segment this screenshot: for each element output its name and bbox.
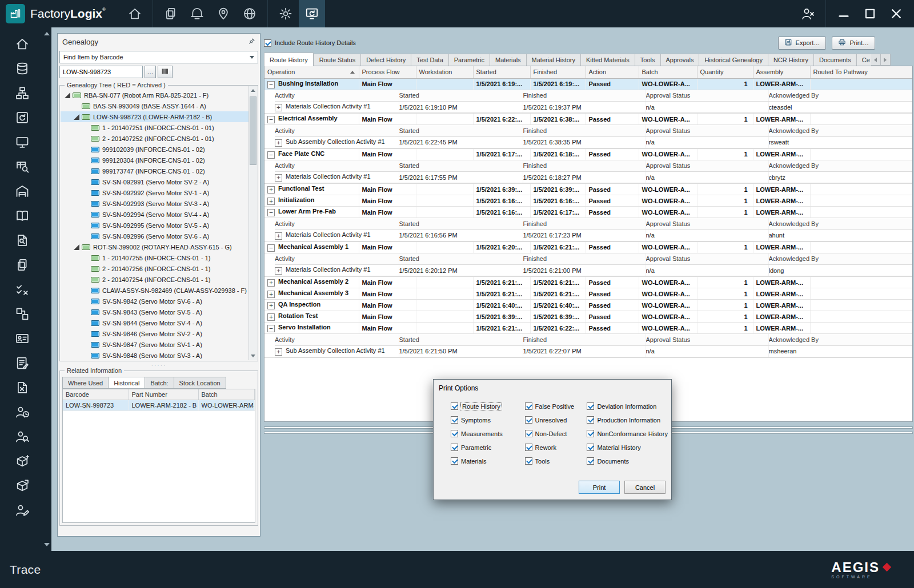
tab-documents[interactable]: Documents — [813, 54, 856, 66]
tab-materials[interactable]: Materials — [490, 54, 526, 66]
collapse-row-icon[interactable]: − — [267, 325, 275, 332]
related-tab-batch-[interactable]: Batch: — [145, 377, 173, 389]
sidebar-box-arrow-button[interactable] — [7, 478, 38, 493]
tree-item[interactable]: SV-SN-9847 (Servo Motor SV-1 - A) — [61, 339, 248, 350]
tree-item[interactable]: SV-SN-9844 (Servo Motor SV-4 - A) — [61, 317, 248, 328]
tab-parametric[interactable]: Parametric — [448, 54, 490, 66]
print-option[interactable]: Deviation Information — [587, 402, 671, 410]
tree-item[interactable]: 999173747 (INFORCE-CNS-01 - 02) — [61, 166, 248, 176]
expand-activity-icon[interactable]: + — [275, 267, 282, 275]
find-item-dropdown[interactable]: Find Item by Barcode — [59, 51, 258, 63]
tree-scrollbar[interactable] — [248, 86, 257, 360]
tree-item[interactable]: LOW-SN-998723 (LOWER-ARM-2182 - B) — [61, 111, 248, 122]
checkbox-icon[interactable] — [587, 416, 594, 424]
print-option[interactable]: Rework — [525, 444, 587, 451]
checkbox-icon[interactable] — [451, 416, 458, 424]
checkbox-icon[interactable] — [525, 416, 532, 424]
print-option[interactable]: Unresolved — [525, 416, 587, 424]
expand-row-icon[interactable]: + — [267, 186, 275, 194]
column-header[interactable]: Action — [586, 66, 639, 78]
print-option[interactable]: Material History — [587, 444, 671, 451]
topbar-home-button[interactable] — [122, 0, 148, 27]
expand-activity-icon[interactable]: + — [275, 174, 282, 182]
barcode-input[interactable] — [59, 66, 143, 78]
sidebar-box-plus-button[interactable] — [7, 454, 38, 469]
sidebar-quality-check-button[interactable] — [7, 282, 38, 297]
expand-activity-icon[interactable]: + — [275, 104, 282, 111]
tree-item[interactable]: 2 - 201407254 (INFORCE-CNS-01 - 1) — [61, 274, 248, 285]
print-option[interactable]: Measurements — [451, 430, 525, 437]
collapse-row-icon[interactable]: − — [267, 244, 275, 252]
tab-route-history[interactable]: Route History — [264, 53, 314, 66]
checkbox-icon[interactable] — [525, 457, 532, 465]
tab-approvals[interactable]: Approvals — [660, 54, 699, 66]
related-tab-where-used[interactable]: Where Used — [62, 377, 108, 389]
print-option[interactable]: Materials — [451, 457, 525, 465]
operation-row[interactable]: +QA InspectionMain Flow1/5/2021 6:40:...… — [264, 300, 912, 311]
print-option[interactable]: Documents — [587, 457, 671, 465]
tree-item[interactable]: SV-SN-092992 (Servo Motor SV-1 - A) — [61, 187, 248, 198]
expand-activity-icon[interactable]: + — [275, 139, 282, 147]
print-option[interactable]: Tools — [525, 457, 587, 465]
tab-tools[interactable]: Tools — [635, 54, 660, 66]
scroll-up-icon[interactable] — [249, 86, 257, 95]
print-option[interactable]: Symptoms — [451, 416, 525, 424]
tree-item[interactable]: 1 - 201407255 (INFORCE-CNS-01 - 1) — [61, 252, 248, 263]
sidebar-user-edit-button[interactable] — [7, 503, 38, 518]
tab-ce[interactable]: Ce — [856, 54, 871, 66]
print-option[interactable]: False Positive — [525, 402, 587, 410]
operation-row[interactable]: +InitializationMain Flow1/5/2021 6:16:..… — [264, 195, 912, 207]
operation-row[interactable]: −Lower Arm Pre-FabMain Flow1/5/2021 6:16… — [264, 207, 912, 218]
include-details-checkbox[interactable] — [264, 39, 271, 47]
window-maximize-button[interactable] — [857, 0, 883, 27]
tab-defect-history[interactable]: Defect History — [360, 54, 411, 66]
tab-scroll-right-icon[interactable] — [881, 54, 891, 66]
sidebar-scroll-down-icon[interactable] — [44, 543, 50, 546]
tree-item[interactable]: 2 - 201407252 (INFORCE-CNS-01 - 01) — [61, 133, 248, 144]
expand-activity-icon[interactable]: + — [275, 348, 282, 356]
column-header[interactable]: Batch — [639, 66, 697, 78]
sidebar-book-button[interactable] — [7, 208, 38, 223]
expand-row-icon[interactable]: + — [267, 198, 275, 205]
operation-row[interactable]: +Mechanical Assembly 3Main Flow1/5/2021 … — [264, 288, 912, 300]
collapse-row-icon[interactable]: − — [267, 116, 275, 123]
expand-row-icon[interactable]: + — [267, 291, 275, 298]
operation-row[interactable]: −Electrical AssemblyMain Flow1/5/2021 6:… — [264, 114, 912, 125]
detail-activity-row[interactable]: +Materials Collection Activity #11/5/202… — [275, 102, 912, 113]
detail-activity-row[interactable]: +Sub Assembly Collection Activity #11/5/… — [275, 345, 912, 357]
sidebar-materials-button[interactable] — [7, 61, 38, 76]
barcode-scan-button[interactable] — [158, 66, 173, 78]
checkbox-icon[interactable] — [451, 444, 458, 451]
operation-row[interactable]: −Face Plate CNCMain Flow1/5/2021 6:17:..… — [264, 148, 912, 160]
print-option[interactable]: Production Information — [587, 416, 671, 424]
related-tab-historical[interactable]: Historical — [108, 377, 145, 389]
column-header[interactable]: Finished — [530, 66, 586, 78]
checkbox-icon[interactable] — [451, 402, 458, 410]
collapse-row-icon[interactable]: − — [267, 81, 275, 88]
topbar-trace-module-button[interactable] — [299, 0, 325, 27]
collapse-row-icon[interactable]: − — [267, 209, 275, 216]
checkbox-icon[interactable] — [587, 444, 594, 451]
print-button[interactable]: Print… — [832, 37, 875, 50]
checkbox-icon[interactable] — [587, 430, 594, 437]
checkbox-icon[interactable] — [525, 430, 532, 437]
column-header[interactable]: Routed To Pathway — [810, 66, 912, 78]
topbar-globe-button[interactable] — [236, 0, 263, 27]
tree-item[interactable]: SV-SN-9846 (Servo Motor SV-2 - A) — [61, 328, 248, 339]
tree-item[interactable]: ROT-SN-399002 (ROTARY-HEAD-ASSY-615 - G) — [61, 241, 248, 252]
tab-ncr-history[interactable]: NCR History — [768, 54, 813, 66]
tab-test-data[interactable]: Test Data — [411, 54, 448, 66]
expand-activity-icon[interactable]: + — [275, 232, 282, 240]
checkbox-icon[interactable] — [451, 457, 458, 465]
sidebar-warehouse-button[interactable] — [7, 184, 38, 199]
checkbox-icon[interactable] — [587, 402, 594, 410]
checkbox-icon[interactable] — [587, 457, 594, 465]
operation-row[interactable]: +Rotation TestMain Flow1/5/2021 6:39:...… — [264, 311, 912, 323]
tab-route-status[interactable]: Route Status — [314, 54, 361, 66]
sidebar-hierarchy-button[interactable] — [7, 86, 38, 100]
tree-item[interactable]: 999102039 (INFORCE-CNS-01 - 02) — [61, 144, 248, 155]
column-header[interactable]: Started — [473, 66, 530, 78]
tree-item[interactable]: CLAW-ASSY-SN-982469 (CLAW-ASSY-029938 - … — [61, 285, 248, 296]
expand-row-icon[interactable]: + — [267, 279, 275, 287]
column-header[interactable]: Process Flow — [359, 66, 416, 78]
